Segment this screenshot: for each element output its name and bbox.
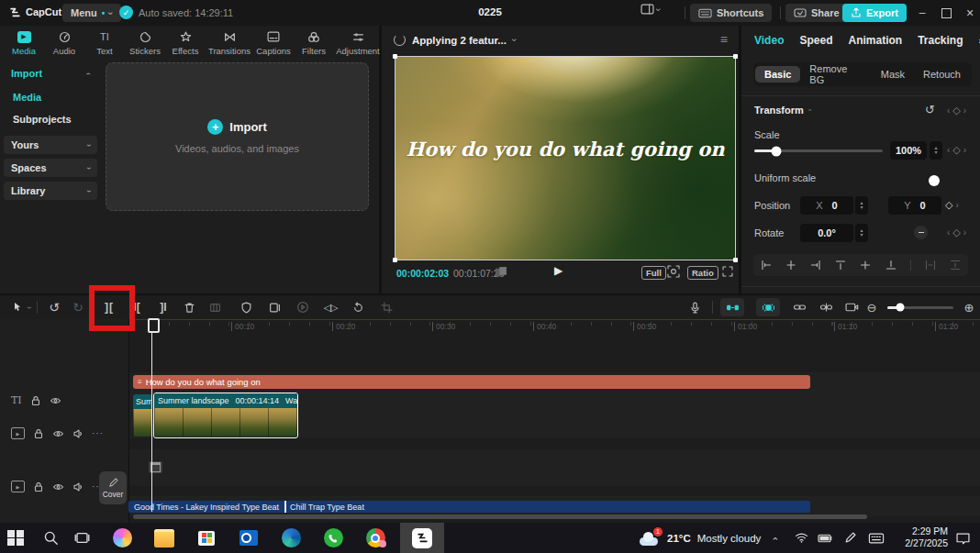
- audio-clip-group[interactable]: Good Times - Lakey Inspired Type Beat Ch…: [128, 501, 810, 513]
- shortcuts-button[interactable]: Shortcuts: [690, 4, 772, 22]
- timeline-ruler[interactable]: 00:10 00:20 00:30 00:40 00:50 01:00 01:1…: [128, 319, 980, 333]
- maximize-button[interactable]: [934, 1, 958, 25]
- transform-keyframe-nav[interactable]: ‹◇›: [947, 105, 966, 116]
- scale-keyframe-nav[interactable]: ‹◇›: [947, 144, 966, 156]
- align-right-icon[interactable]: [810, 260, 821, 271]
- lock-icon[interactable]: [33, 481, 44, 492]
- scale-slider[interactable]: [754, 149, 883, 152]
- subtab-retouch[interactable]: Retouch: [914, 66, 970, 83]
- position-x-stepper[interactable]: ▴▾: [855, 196, 868, 215]
- rotate-tool-icon[interactable]: [348, 298, 368, 316]
- link-icon[interactable]: [789, 298, 809, 316]
- align-top-icon[interactable]: [835, 260, 846, 271]
- more-icon[interactable]: ···: [92, 428, 104, 438]
- clock[interactable]: 2:29 PM 2/27/2025: [895, 525, 948, 549]
- tab-tracking[interactable]: Tracking: [918, 34, 963, 47]
- touch-keyboard-icon[interactable]: [868, 533, 885, 544]
- tab-captions[interactable]: Captions: [253, 29, 294, 56]
- minimize-button[interactable]: –: [910, 1, 934, 25]
- ratio-button[interactable]: Ratio: [687, 266, 718, 280]
- applied-features-dropdown[interactable]: Applying 2 featur... ›: [394, 34, 517, 46]
- position-keyframe-nav[interactable]: ◇›: [945, 199, 959, 211]
- export-button[interactable]: Export: [842, 4, 907, 22]
- trim-right-icon[interactable]: ]I: [153, 298, 173, 316]
- tab-media[interactable]: ▶ Media: [4, 29, 44, 56]
- weather-widget[interactable]: 1 21°C Mostly cloudy: [640, 523, 761, 553]
- subtab-basic[interactable]: Basic: [755, 66, 800, 83]
- position-y-field[interactable]: Y 0: [888, 196, 941, 215]
- redo-icon[interactable]: ↻: [68, 298, 88, 316]
- align-bottom-icon[interactable]: [885, 260, 896, 271]
- align-center-horizontal-icon[interactable]: [785, 260, 796, 271]
- distribute-horizontal-icon[interactable]: [925, 260, 936, 271]
- zoom-out-icon[interactable]: ⊖: [862, 298, 882, 316]
- menu-button[interactable]: Menu • ›: [62, 4, 121, 22]
- sidebar-item-import[interactable]: Import ›: [4, 64, 97, 83]
- sidebar-item-media[interactable]: Media: [4, 88, 97, 106]
- timeline-zoom-slider[interactable]: [887, 306, 953, 309]
- copilot-icon[interactable]: [106, 523, 138, 553]
- cover-button[interactable]: Cover: [99, 471, 127, 504]
- tab-adjustment[interactable]: Adjustment: [334, 29, 382, 56]
- subtab-remove-bg[interactable]: Remove BG: [800, 61, 871, 88]
- file-explorer-icon[interactable]: [149, 523, 180, 553]
- video-clip-left-piece[interactable]: Sum: [133, 394, 152, 437]
- notification-center-icon[interactable]: [956, 533, 970, 545]
- outlook-icon[interactable]: [233, 523, 264, 553]
- scale-stepper[interactable]: ▴▾: [930, 141, 942, 160]
- align-middle-icon[interactable]: [860, 260, 871, 271]
- play-button[interactable]: ▶: [554, 264, 562, 277]
- tab-speed[interactable]: Speed: [799, 34, 832, 47]
- frame-preview-icon[interactable]: [841, 298, 862, 316]
- mute-icon[interactable]: [72, 481, 84, 492]
- position-x-field[interactable]: X 0: [800, 196, 853, 215]
- share-button[interactable]: Share: [785, 4, 848, 22]
- frame-pages-icon[interactable]: [494, 266, 508, 280]
- eye-icon[interactable]: [52, 481, 64, 492]
- main-track-magnet-toggle[interactable]: [756, 298, 780, 316]
- selection-handle[interactable]: [733, 54, 738, 59]
- network-icon[interactable]: [795, 532, 808, 543]
- video-stage[interactable]: How do you do what going on: [395, 57, 735, 260]
- task-view-button[interactable]: [66, 523, 97, 553]
- chrome-icon[interactable]: [360, 523, 391, 553]
- fullscreen-icon[interactable]: [722, 266, 733, 277]
- distribute-vertical-icon[interactable]: [950, 260, 961, 271]
- transform-header[interactable]: Transform ›: [754, 105, 811, 116]
- selection-handle[interactable]: [393, 258, 397, 262]
- crop-icon[interactable]: [376, 298, 396, 316]
- lock-icon[interactable]: [30, 395, 41, 406]
- search-button[interactable]: [35, 523, 66, 553]
- mirror-flip-icon[interactable]: ◁▷: [320, 298, 340, 316]
- lock-icon[interactable]: [33, 428, 44, 439]
- reset-icon[interactable]: ↺: [925, 103, 935, 116]
- microsoft-store-icon[interactable]: [191, 523, 222, 553]
- tab-stickers[interactable]: Stickers: [125, 29, 165, 56]
- unlink-icon[interactable]: [816, 298, 836, 316]
- sidebar-item-yours[interactable]: Yours ›: [4, 136, 97, 154]
- overlay-box-icon[interactable]: [264, 298, 284, 316]
- tab-filters[interactable]: Filters: [294, 29, 334, 56]
- tab-animation[interactable]: Animation: [848, 34, 902, 47]
- import-dropzone[interactable]: + Import Videos, audios, and images: [106, 62, 369, 211]
- rotate-stepper[interactable]: ▴▾: [855, 224, 868, 242]
- preview-menu-icon[interactable]: ≡: [720, 32, 728, 47]
- tab-transitions[interactable]: Transitions: [206, 29, 253, 56]
- chevron-down-icon[interactable]: ›: [25, 306, 33, 309]
- edge-icon[interactable]: [275, 523, 306, 553]
- close-button[interactable]: ×: [958, 1, 980, 25]
- selection-handle[interactable]: [733, 258, 738, 262]
- selection-handle[interactable]: [393, 54, 397, 59]
- snap-clips-toggle[interactable]: [720, 298, 744, 316]
- record-voiceover-icon[interactable]: [685, 298, 705, 316]
- whatsapp-icon[interactable]: [317, 523, 349, 553]
- sidebar-item-subprojects[interactable]: Subprojects: [4, 110, 97, 128]
- tab-text[interactable]: TI Text: [84, 29, 125, 56]
- start-button[interactable]: [0, 523, 31, 553]
- mute-icon[interactable]: [72, 428, 84, 439]
- rotate-value-field[interactable]: 0.0°: [800, 224, 853, 242]
- capcut-taskbar-active[interactable]: [400, 523, 444, 553]
- sidebar-item-library[interactable]: Library ›: [4, 182, 97, 200]
- eye-icon[interactable]: [50, 395, 61, 406]
- zoom-in-icon[interactable]: ⊕: [959, 298, 979, 316]
